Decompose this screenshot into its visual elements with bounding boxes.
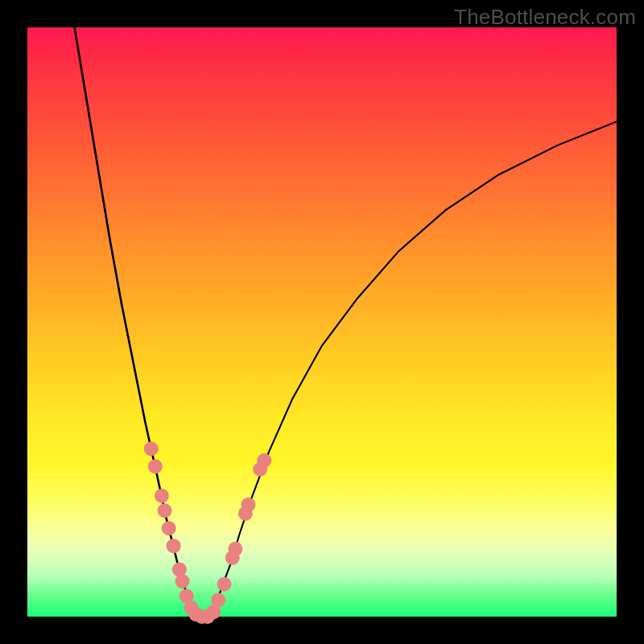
marker-dot (175, 574, 190, 588)
marker-dot (167, 539, 181, 553)
marker-dot (217, 577, 231, 592)
marker-dot (155, 489, 169, 503)
marker-dots (144, 441, 272, 624)
marker-dot (211, 593, 225, 608)
marker-dot (162, 521, 176, 535)
watermark-text: TheBottleneck.com (454, 5, 636, 30)
marker-dot (148, 459, 163, 473)
marker-dot (158, 503, 172, 518)
marker-dot (228, 542, 242, 556)
chart-frame: TheBottleneck.com (0, 0, 644, 644)
curve-right (211, 122, 617, 617)
marker-dot (257, 453, 271, 468)
marker-dot (242, 497, 256, 512)
chart-svg (27, 27, 617, 617)
marker-dot (144, 441, 159, 456)
plot-area (27, 27, 617, 617)
curve-left (75, 27, 197, 617)
